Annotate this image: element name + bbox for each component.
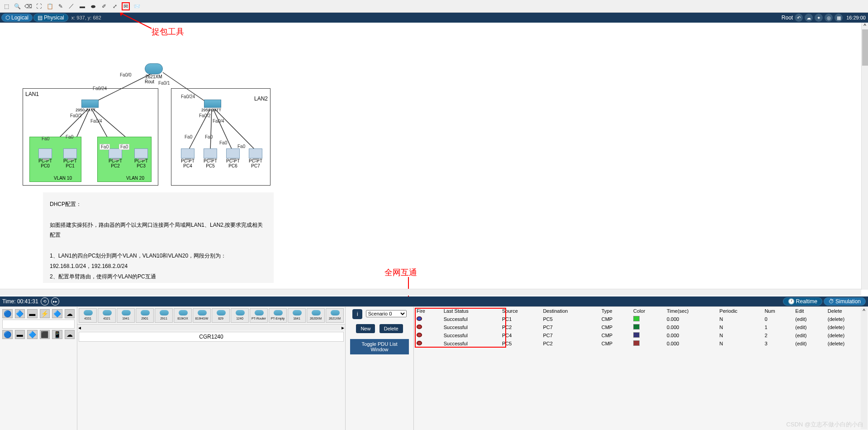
cat-security-icon[interactable]: 🔷: [52, 309, 62, 318]
device-model-item[interactable]: 4321: [98, 308, 116, 323]
fast-forward-button[interactable]: ▸▸: [51, 297, 59, 306]
line-icon[interactable]: ／: [67, 2, 76, 10]
new-scenario-button[interactable]: New: [356, 324, 375, 333]
vertical-scrollbar[interactable]: ^: [861, 23, 868, 290]
cat-wireless-icon[interactable]: ⚡: [40, 309, 50, 318]
reset-time-button[interactable]: ⟲: [41, 297, 49, 306]
pc4-device[interactable]: PC-PTPC4: [181, 148, 194, 168]
cat-wan-icon[interactable]: ☁: [65, 309, 75, 318]
pc2-device[interactable]: PC-PTPC2: [109, 148, 122, 168]
port-label: Fa0: [119, 144, 129, 150]
cat-router-icon[interactable]: 🔵: [2, 309, 13, 318]
device-model-item[interactable]: 2911: [155, 308, 173, 323]
simple-pdu-icon[interactable]: ✉: [122, 2, 130, 10]
rect-icon[interactable]: ▬: [78, 2, 86, 10]
pdu-edit[interactable]: (edit): [792, 315, 825, 323]
pdu-edit[interactable]: (edit): [792, 339, 825, 348]
switch2-device[interactable]: 2950-24TT: [204, 100, 221, 112]
select-icon[interactable]: ⬚: [2, 2, 10, 10]
router-name: 2621XM: [145, 74, 163, 79]
pdu-time: 0.000: [664, 331, 717, 339]
table-row[interactable]: SuccessfulPC5PC2CMP0.000N3(edit)(delete): [414, 339, 868, 348]
scale-icon[interactable]: ⤢: [111, 2, 119, 10]
cat-hub-icon[interactable]: ▬: [27, 309, 38, 318]
view-icon[interactable]: ◎: [825, 14, 833, 22]
pc0-device[interactable]: PC-PTPC0: [38, 148, 52, 168]
scenario-select[interactable]: Scenario 0: [366, 310, 407, 317]
lock-icon[interactable]: ✦: [815, 14, 823, 22]
switch1-device[interactable]: 2950-24TT: [81, 100, 99, 112]
delete-icon[interactable]: ⌫: [24, 2, 32, 10]
table-row[interactable]: SuccessfulPC1PC5CMP0.000N0(edit)(delete): [414, 315, 868, 323]
pc6-device[interactable]: PC-PTPC6: [226, 148, 240, 168]
device-model-item[interactable]: 4331: [79, 308, 97, 323]
pdu-type: CMP: [599, 323, 631, 331]
subcat-icon[interactable]: 📱: [52, 330, 62, 339]
device-model-item[interactable]: PT-Empty: [269, 308, 287, 323]
pc5-device[interactable]: PC-PTPC5: [204, 148, 217, 168]
delete-scenario-button[interactable]: Delete: [379, 324, 403, 333]
workspace[interactable]: 2621XM Rout Fa0/1 Fa0/0 Fa0/24 Fa0/24 LA…: [0, 23, 861, 283]
device-model-item[interactable]: 2901: [136, 308, 154, 323]
subcat-icon[interactable]: ⬛: [40, 330, 50, 339]
pc3-device[interactable]: PC-PTPC3: [134, 148, 148, 168]
resize-icon[interactable]: ⛶: [35, 2, 43, 10]
simulation-mode-button[interactable]: ⏱ Simulation: [824, 297, 866, 306]
device-model-item[interactable]: 1941: [117, 308, 135, 323]
ellipse-icon[interactable]: ⬬: [89, 2, 97, 10]
port-label: Fa0: [237, 144, 245, 149]
device-model-item[interactable]: 2621XM: [326, 308, 344, 323]
pdu-color: [633, 340, 640, 346]
pc7-device[interactable]: PC-PTPC7: [249, 148, 262, 168]
fire-icon[interactable]: [417, 341, 422, 345]
note-icon[interactable]: 📋: [46, 2, 54, 10]
root-label[interactable]: Root: [782, 14, 793, 21]
subcat-icon[interactable]: ▬: [15, 330, 25, 339]
fire-icon[interactable]: [417, 316, 422, 321]
table-row[interactable]: SuccessfulPC4PC7CMP0.000N2(edit)(delete): [414, 331, 868, 339]
pdu-status: Successful: [441, 339, 499, 348]
logical-label: Logical: [11, 14, 28, 21]
env-icon[interactable]: ▦: [835, 14, 843, 22]
table-row[interactable]: SuccessfulPC2PC7CMP0.000N1(edit)(delete): [414, 323, 868, 331]
device-model-item[interactable]: 819IOX: [174, 308, 192, 323]
port-label: Fa0/1: [158, 81, 170, 86]
physical-view-button[interactable]: ▤ Physical: [33, 14, 68, 22]
freeform-icon[interactable]: ✐: [100, 2, 108, 10]
fire-icon[interactable]: [417, 325, 422, 329]
pdu-periodic: N: [717, 331, 762, 339]
toggle-pdu-button[interactable]: Toggle PDU List Window: [350, 339, 409, 354]
device-model-item[interactable]: PT-Router: [250, 308, 268, 323]
subcat-icon[interactable]: 🔷: [27, 330, 38, 339]
pdu-scrollbar[interactable]: ^: [861, 308, 867, 429]
pc1-device[interactable]: PC-PTPC1: [63, 148, 77, 168]
pdu-header: Periodic: [717, 307, 762, 315]
cat-switch-icon[interactable]: 🔷: [15, 309, 25, 318]
pdu-time: 0.000: [664, 339, 717, 348]
switch2-name: 2950-24TT: [201, 108, 221, 112]
device-model-item[interactable]: 2620XM: [307, 308, 325, 323]
annotation-capture: 捉包工具: [152, 26, 184, 37]
pdu-edit[interactable]: (edit): [792, 323, 825, 331]
device-model-item[interactable]: 829: [212, 308, 230, 323]
subcat-icon[interactable]: ☁: [65, 330, 75, 339]
back-icon[interactable]: ↶: [795, 14, 803, 22]
device-model-item[interactable]: 1841: [288, 308, 306, 323]
logical-view-button[interactable]: ⬡ Logical: [1, 14, 33, 22]
zoom-icon[interactable]: 🔍: [13, 2, 21, 10]
horizontal-scrollbar[interactable]: [0, 289, 861, 296]
info-icon[interactable]: i: [352, 309, 362, 319]
pdu-header: Edit: [792, 307, 825, 315]
pdu-edit[interactable]: (edit): [792, 331, 825, 339]
realtime-mode-button[interactable]: 🕐 Realtime: [783, 297, 822, 306]
cloud-icon[interactable]: ☁: [805, 14, 813, 22]
device-scrollbar[interactable]: ◂▸: [77, 324, 345, 330]
complex-pdu-icon[interactable]: 📨: [133, 2, 141, 10]
subcat-icon[interactable]: 🔵: [2, 330, 13, 339]
device-model-item[interactable]: 1240: [231, 308, 249, 323]
device-model-item[interactable]: 819HGW: [193, 308, 211, 323]
port-label: Fa0/4: [213, 119, 224, 124]
pdu-source: PC5: [499, 339, 540, 348]
fire-icon[interactable]: [417, 333, 422, 337]
draw-icon[interactable]: ✎: [57, 2, 65, 10]
